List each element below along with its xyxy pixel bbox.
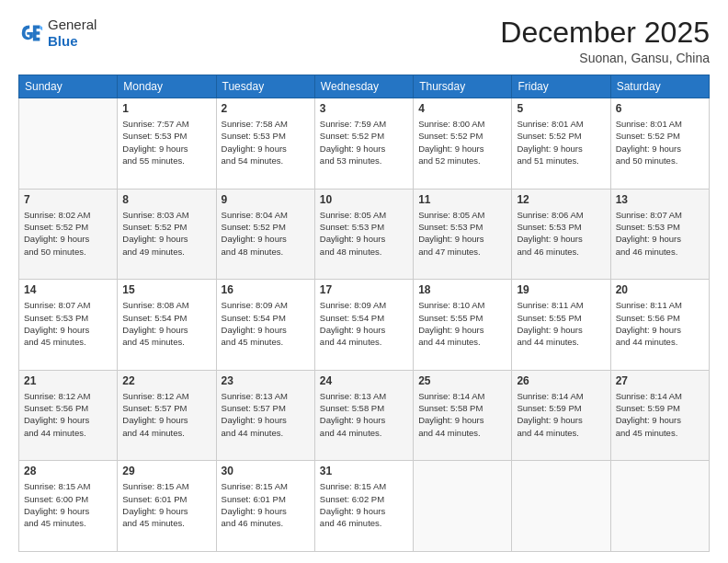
- table-row: 6Sunrise: 8:01 AM Sunset: 5:52 PM Daylig…: [610, 98, 709, 190]
- day-number: 28: [24, 465, 112, 477]
- day-info: Sunrise: 8:12 AM Sunset: 5:56 PM Dayligh…: [24, 390, 112, 439]
- day-number: 21: [24, 374, 112, 387]
- day-info: Sunrise: 8:05 AM Sunset: 5:53 PM Dayligh…: [418, 209, 506, 258]
- day-number: 26: [517, 374, 605, 387]
- table-row: 8Sunrise: 8:03 AM Sunset: 5:52 PM Daylig…: [118, 189, 216, 280]
- day-info: Sunrise: 8:12 AM Sunset: 5:57 PM Dayligh…: [122, 390, 210, 439]
- table-row: 1Sunrise: 7:57 AM Sunset: 5:53 PM Daylig…: [118, 98, 216, 190]
- day-number: 31: [320, 465, 408, 477]
- table-row: 3Sunrise: 7:59 AM Sunset: 5:52 PM Daylig…: [314, 98, 413, 190]
- table-row: 31Sunrise: 8:15 AM Sunset: 6:02 PM Dayli…: [314, 461, 413, 552]
- col-monday: Monday: [118, 75, 216, 98]
- day-number: 16: [222, 283, 310, 296]
- calendar-week-row: 21Sunrise: 8:12 AM Sunset: 5:56 PM Dayli…: [19, 370, 710, 461]
- location: Suonan, Gansu, China: [500, 51, 710, 65]
- table-row: 13Sunrise: 8:07 AM Sunset: 5:53 PM Dayli…: [610, 189, 709, 280]
- table-row: 7Sunrise: 8:02 AM Sunset: 5:52 PM Daylig…: [19, 189, 118, 280]
- table-row: 21Sunrise: 8:12 AM Sunset: 5:56 PM Dayli…: [19, 370, 118, 461]
- calendar-table: Sunday Monday Tuesday Wednesday Thursday…: [18, 75, 710, 552]
- logo-text: General Blue: [48, 17, 97, 50]
- day-info: Sunrise: 8:11 AM Sunset: 5:56 PM Dayligh…: [616, 299, 704, 348]
- month-title: December 2025: [500, 17, 710, 49]
- day-info: Sunrise: 8:15 AM Sunset: 6:01 PM Dayligh…: [122, 480, 210, 529]
- day-number: 29: [122, 465, 210, 477]
- day-info: Sunrise: 8:01 AM Sunset: 5:52 PM Dayligh…: [517, 118, 605, 167]
- day-number: 13: [616, 193, 704, 206]
- day-info: Sunrise: 8:08 AM Sunset: 5:54 PM Dayligh…: [122, 299, 210, 348]
- day-info: Sunrise: 8:03 AM Sunset: 5:52 PM Dayligh…: [122, 209, 210, 258]
- day-info: Sunrise: 8:14 AM Sunset: 5:59 PM Dayligh…: [517, 390, 605, 439]
- day-info: Sunrise: 8:15 AM Sunset: 6:02 PM Dayligh…: [320, 480, 408, 529]
- day-info: Sunrise: 8:04 AM Sunset: 5:52 PM Dayligh…: [222, 209, 310, 258]
- col-friday: Friday: [512, 75, 610, 98]
- table-row: 5Sunrise: 8:01 AM Sunset: 5:52 PM Daylig…: [512, 98, 610, 190]
- table-row: [414, 461, 512, 552]
- table-row: 24Sunrise: 8:13 AM Sunset: 5:58 PM Dayli…: [314, 370, 413, 461]
- day-info: Sunrise: 8:11 AM Sunset: 5:55 PM Dayligh…: [517, 299, 605, 348]
- day-number: 17: [320, 283, 408, 296]
- table-row: 20Sunrise: 8:11 AM Sunset: 5:56 PM Dayli…: [610, 280, 709, 371]
- calendar-week-row: 14Sunrise: 8:07 AM Sunset: 5:53 PM Dayli…: [19, 280, 710, 371]
- day-number: 10: [320, 193, 408, 206]
- table-row: 11Sunrise: 8:05 AM Sunset: 5:53 PM Dayli…: [414, 189, 512, 280]
- col-saturday: Saturday: [610, 75, 709, 98]
- table-row: 4Sunrise: 8:00 AM Sunset: 5:52 PM Daylig…: [414, 98, 512, 190]
- table-row: 29Sunrise: 8:15 AM Sunset: 6:01 PM Dayli…: [118, 461, 216, 552]
- day-number: 18: [418, 283, 506, 296]
- day-number: 12: [517, 193, 605, 206]
- day-info: Sunrise: 8:00 AM Sunset: 5:52 PM Dayligh…: [418, 118, 506, 167]
- calendar-week-row: 7Sunrise: 8:02 AM Sunset: 5:52 PM Daylig…: [19, 189, 710, 280]
- day-number: 8: [122, 193, 210, 206]
- col-thursday: Thursday: [414, 75, 512, 98]
- day-number: 7: [24, 193, 112, 206]
- page: General Blue December 2025 Suonan, Gansu…: [0, 0, 728, 563]
- day-number: 2: [222, 102, 310, 115]
- day-info: Sunrise: 7:58 AM Sunset: 5:53 PM Dayligh…: [222, 118, 310, 167]
- table-row: 15Sunrise: 8:08 AM Sunset: 5:54 PM Dayli…: [118, 280, 216, 371]
- day-number: 24: [320, 374, 408, 387]
- day-number: 11: [418, 193, 506, 206]
- table-row: 16Sunrise: 8:09 AM Sunset: 5:54 PM Dayli…: [216, 280, 314, 371]
- table-row: 18Sunrise: 8:10 AM Sunset: 5:55 PM Dayli…: [414, 280, 512, 371]
- table-row: [19, 98, 118, 190]
- day-number: 1: [122, 102, 210, 115]
- logo-blue: Blue: [48, 33, 97, 50]
- title-block: December 2025 Suonan, Gansu, China: [500, 17, 710, 65]
- day-number: 4: [418, 102, 506, 115]
- table-row: 14Sunrise: 8:07 AM Sunset: 5:53 PM Dayli…: [19, 280, 118, 371]
- header: General Blue December 2025 Suonan, Gansu…: [18, 17, 710, 65]
- day-info: Sunrise: 8:06 AM Sunset: 5:53 PM Dayligh…: [517, 209, 605, 258]
- table-row: 12Sunrise: 8:06 AM Sunset: 5:53 PM Dayli…: [512, 189, 610, 280]
- day-number: 6: [616, 102, 704, 115]
- day-info: Sunrise: 7:59 AM Sunset: 5:52 PM Dayligh…: [320, 118, 408, 167]
- day-info: Sunrise: 8:05 AM Sunset: 5:53 PM Dayligh…: [320, 209, 408, 258]
- table-row: 2Sunrise: 7:58 AM Sunset: 5:53 PM Daylig…: [216, 98, 314, 190]
- calendar-week-row: 1Sunrise: 7:57 AM Sunset: 5:53 PM Daylig…: [19, 98, 710, 190]
- table-row: 10Sunrise: 8:05 AM Sunset: 5:53 PM Dayli…: [314, 189, 413, 280]
- day-info: Sunrise: 8:13 AM Sunset: 5:58 PM Dayligh…: [320, 390, 408, 439]
- day-number: 30: [222, 465, 310, 477]
- day-number: 9: [222, 193, 310, 206]
- table-row: 23Sunrise: 8:13 AM Sunset: 5:57 PM Dayli…: [216, 370, 314, 461]
- day-info: Sunrise: 8:07 AM Sunset: 5:53 PM Dayligh…: [24, 299, 112, 348]
- day-info: Sunrise: 8:15 AM Sunset: 6:01 PM Dayligh…: [222, 480, 310, 529]
- day-info: Sunrise: 8:10 AM Sunset: 5:55 PM Dayligh…: [418, 299, 506, 348]
- table-row: [610, 461, 709, 552]
- day-number: 27: [616, 374, 704, 387]
- day-info: Sunrise: 7:57 AM Sunset: 5:53 PM Dayligh…: [122, 118, 210, 167]
- day-info: Sunrise: 8:02 AM Sunset: 5:52 PM Dayligh…: [24, 209, 112, 258]
- day-number: 19: [517, 283, 605, 296]
- logo-general: General: [48, 17, 97, 33]
- day-number: 5: [517, 102, 605, 115]
- table-row: [512, 461, 610, 552]
- table-row: 30Sunrise: 8:15 AM Sunset: 6:01 PM Dayli…: [216, 461, 314, 552]
- day-info: Sunrise: 8:14 AM Sunset: 5:59 PM Dayligh…: [616, 390, 704, 439]
- table-row: 28Sunrise: 8:15 AM Sunset: 6:00 PM Dayli…: [19, 461, 118, 552]
- day-number: 15: [122, 283, 210, 296]
- table-row: 19Sunrise: 8:11 AM Sunset: 5:55 PM Dayli…: [512, 280, 610, 371]
- table-row: 9Sunrise: 8:04 AM Sunset: 5:52 PM Daylig…: [216, 189, 314, 280]
- table-row: 25Sunrise: 8:14 AM Sunset: 5:58 PM Dayli…: [414, 370, 512, 461]
- day-info: Sunrise: 8:09 AM Sunset: 5:54 PM Dayligh…: [222, 299, 310, 348]
- day-number: 3: [320, 102, 408, 115]
- day-number: 23: [222, 374, 310, 387]
